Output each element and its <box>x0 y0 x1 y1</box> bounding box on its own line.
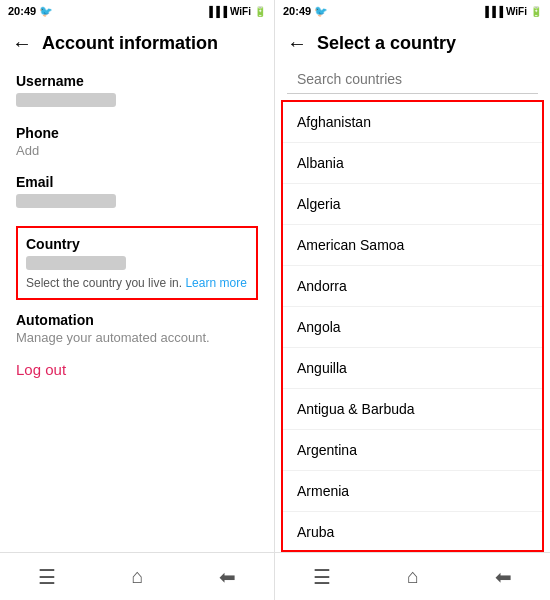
country-note-text: Select the country you live in. <box>26 276 182 290</box>
left-time: 20:49 <box>8 5 36 17</box>
country-list-item[interactable]: Andorra <box>283 266 542 307</box>
right-status-bar: 20:49 🐦 ▐▐▐ WiFi 🔋 <box>275 0 550 22</box>
left-status-bar: 20:49 🐦 ▐▐▐ WiFi 🔋 <box>0 0 274 22</box>
country-note: Select the country you live in. Learn mo… <box>26 276 248 290</box>
username-value <box>16 93 116 107</box>
left-status-left: 20:49 🐦 <box>8 5 53 18</box>
username-section: Username <box>16 73 258 109</box>
automation-desc: Manage your automated account. <box>16 330 258 345</box>
automation-label: Automation <box>16 312 258 328</box>
country-label: Country <box>26 236 248 252</box>
country-list-item[interactable]: Argentina <box>283 430 542 471</box>
username-label: Username <box>16 73 258 89</box>
country-list-item[interactable]: Anguilla <box>283 348 542 389</box>
left-nav-bar: ☰ ⌂ ⬅ <box>0 552 274 600</box>
left-header: ← Account information <box>0 22 274 65</box>
email-section: Email <box>16 174 258 210</box>
right-battery-icon: 🔋 <box>530 6 542 17</box>
country-list-item[interactable]: Albania <box>283 143 542 184</box>
left-nav-home-icon[interactable]: ⌂ <box>131 565 143 588</box>
phone-label: Phone <box>16 125 258 141</box>
right-nav-home-icon[interactable]: ⌂ <box>407 565 419 588</box>
country-list-item[interactable]: American Samoa <box>283 225 542 266</box>
country-list-item[interactable]: Angola <box>283 307 542 348</box>
left-back-button[interactable]: ← <box>12 32 32 55</box>
left-status-icons: 🐦 <box>39 5 53 18</box>
country-list-item[interactable]: Armenia <box>283 471 542 512</box>
right-panel: 20:49 🐦 ▐▐▐ WiFi 🔋 ← Select a country Af… <box>275 0 550 600</box>
email-value <box>16 194 116 208</box>
country-learn-more-link[interactable]: Learn more <box>185 276 246 290</box>
right-status-left: 20:49 🐦 <box>283 5 328 18</box>
right-page-title: Select a country <box>317 33 456 54</box>
country-list-item[interactable]: Algeria <box>283 184 542 225</box>
left-nav-back-icon[interactable]: ⬅ <box>219 565 236 589</box>
country-search-input[interactable] <box>287 65 538 94</box>
left-wifi-icon: WiFi <box>230 6 251 17</box>
right-header: ← Select a country <box>275 22 550 65</box>
right-signal-icon: ▐▐▐ <box>482 6 503 17</box>
country-list-item[interactable]: Antigua & Barbuda <box>283 389 542 430</box>
left-page-title: Account information <box>42 33 218 54</box>
left-signal-icon: ▐▐▐ <box>206 6 227 17</box>
country-list-item[interactable]: Aruba <box>283 512 542 552</box>
automation-section: Automation Manage your automated account… <box>16 312 258 345</box>
right-nav-bar: ☰ ⌂ ⬅ <box>275 552 550 600</box>
right-wifi-icon: WiFi <box>506 6 527 17</box>
country-value <box>26 256 126 270</box>
country-list-item[interactable]: Afghanistan <box>283 102 542 143</box>
right-time: 20:49 <box>283 5 311 17</box>
logout-button[interactable]: Log out <box>16 361 258 378</box>
email-label: Email <box>16 174 258 190</box>
left-nav-menu-icon[interactable]: ☰ <box>38 565 56 589</box>
right-twitter-icon: 🐦 <box>314 5 328 18</box>
left-panel: 20:49 🐦 ▐▐▐ WiFi 🔋 ← Account information… <box>0 0 275 600</box>
right-nav-menu-icon[interactable]: ☰ <box>313 565 331 589</box>
phone-section: Phone Add <box>16 125 258 158</box>
phone-value[interactable]: Add <box>16 143 258 158</box>
left-status-right: ▐▐▐ WiFi 🔋 <box>206 6 266 17</box>
left-content: Username Phone Add Email Country Select … <box>0 65 274 552</box>
right-back-button[interactable]: ← <box>287 32 307 55</box>
right-nav-back-icon[interactable]: ⬅ <box>495 565 512 589</box>
country-section[interactable]: Country Select the country you live in. … <box>16 226 258 300</box>
country-list: AfghanistanAlbaniaAlgeriaAmerican SamoaA… <box>281 100 544 552</box>
right-status-right: ▐▐▐ WiFi 🔋 <box>482 6 542 17</box>
left-battery-icon: 🔋 <box>254 6 266 17</box>
